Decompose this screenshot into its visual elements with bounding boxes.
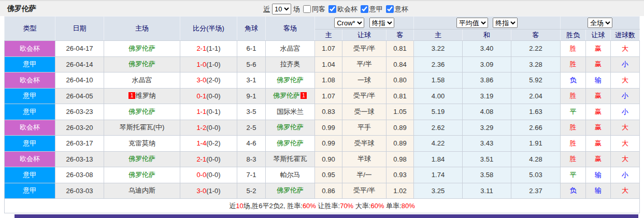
handicap-cell: 受平/半	[342, 41, 387, 57]
recent-link[interactable]: 近	[263, 5, 270, 14]
date-cell: 26-04-14	[55, 56, 104, 72]
goals-result-cell: 大	[611, 41, 640, 57]
odds-home-cell: 1.04	[315, 56, 342, 72]
away-team-cell: 佛罗伦萨	[266, 136, 315, 152]
away-team-cell: 拉齐奥	[266, 56, 315, 72]
fulltime-score: 1-1	[196, 108, 206, 115]
avg-home-cell: 4.00	[414, 88, 463, 104]
away-team-cell: 国际米兰	[266, 104, 315, 120]
team-name: 水晶宫	[132, 76, 152, 84]
avg-draw-cell: 3.40	[463, 41, 511, 57]
competition-checkbox-3[interactable]	[386, 5, 394, 13]
goals-result-cell: 大	[611, 151, 640, 167]
score-cell: 1-2(0-0)	[180, 120, 237, 136]
team-name: 水晶宫	[280, 45, 300, 52]
fulltime-score: 3-0	[196, 76, 206, 84]
checkbox-label-3: 意杯	[383, 5, 408, 14]
away-team-cell: 水晶宫	[266, 41, 315, 57]
team-title: 佛罗伦萨	[7, 4, 36, 13]
odds-away-cell: 0.93	[387, 167, 414, 183]
recent-count-select[interactable]: 10	[272, 4, 291, 14]
type-cell: 意甲	[5, 136, 55, 152]
corner-cell: 4-6	[237, 136, 266, 152]
score-cell: 3-0(1-0)	[180, 183, 237, 199]
avg-home-cell: 5.19	[414, 104, 463, 120]
bookmaker-select[interactable]: Crow*	[334, 18, 364, 28]
avg-draw-cell: 3.11	[463, 183, 511, 199]
halftime-score: (1-0)	[206, 187, 220, 195]
match-row: 欧会杯26-03-20琴斯托霍瓦(中)1-2(0-0)2-5佛罗伦萨0.99平手…	[5, 120, 640, 136]
goals-result-cell: 大	[611, 136, 640, 152]
average-select[interactable]: 平均值	[456, 18, 488, 28]
summary-segment: 近	[229, 202, 236, 210]
away-team-cell: 佛罗伦萨1	[266, 88, 315, 104]
corner-cell: 5-2	[237, 183, 266, 199]
col-header-date: 日期	[55, 17, 104, 41]
competition-checkbox-1[interactable]	[328, 5, 336, 13]
home-team-cell: 1维罗纳	[104, 88, 180, 104]
odds-home-cell: 1.07	[315, 41, 342, 57]
col-header-wdl: 胜负	[561, 30, 586, 41]
date-cell: 26-03-17	[55, 136, 104, 152]
fulltime-score: 2-1	[196, 45, 206, 52]
date-cell: 26-03-08	[55, 167, 104, 183]
score-cell: 3-0(2-0)	[180, 72, 237, 89]
avg-draw-cell: 3.86	[463, 72, 511, 89]
summary-segment: 70%	[340, 202, 353, 210]
date-cell: 26-04-05	[55, 88, 104, 104]
competition-checkbox-2[interactable]	[361, 5, 368, 13]
col-header-odds-home: 主	[315, 30, 342, 41]
checkbox-label-1: 欧会杯	[325, 5, 357, 14]
goals-result-cell: 小	[611, 104, 640, 120]
result-cell: 胜	[561, 151, 586, 167]
handicap-cell: 受半球	[342, 136, 387, 152]
team-name: 佛罗伦萨	[128, 155, 155, 163]
col-header-avg-away: 客	[511, 30, 561, 41]
match-row: 欧会杯26-04-17佛罗伦萨2-1(1-1)6-1水晶宫1.07受平/半0.8…	[5, 41, 640, 57]
match-row: 意甲26-03-03乌迪内斯3-0(1-0)5-2佛罗伦萨0.86受平/半1.0…	[5, 183, 640, 199]
odds-home-cell: 0.90	[315, 151, 342, 167]
title-bar: 佛罗伦萨 近 10 场 同客欧会杯意甲意杯	[0, 0, 644, 16]
competition-checkbox-0[interactable]	[303, 5, 311, 13]
fulltime-score: 0-0	[196, 171, 206, 179]
team-name: 佛罗伦萨	[277, 76, 304, 84]
handicap-cell: 平/半	[342, 56, 387, 72]
summary-segment: 场,胜6平2负2, 胜率:	[244, 202, 303, 210]
halftime-score: (0-1)	[206, 108, 220, 115]
odds-away-cell: 0.98	[387, 151, 414, 167]
scope-select[interactable]: 全场	[588, 18, 612, 28]
type-cell: 意甲	[5, 167, 55, 183]
date-cell: 26-03-13	[55, 151, 104, 167]
avg-home-cell: 2.62	[414, 120, 463, 136]
away-team-cell: 帕尔马	[266, 167, 315, 183]
score-cell: 0-1(0-0)	[180, 88, 237, 104]
odds-home-cell: 1.08	[315, 72, 342, 89]
type-cell: 欧会杯	[5, 41, 55, 57]
result-cell: 负	[561, 72, 586, 89]
home-team-cell: 佛罗伦萨	[104, 41, 180, 57]
avg-home-cell: 1.58	[414, 72, 463, 89]
handicap-result-cell: 赢	[586, 136, 611, 152]
col-header-odds-handicap: 让球	[342, 30, 387, 41]
corner-cell: 3-5	[237, 104, 266, 120]
odds-away-cell: 0.84	[387, 56, 414, 72]
odds-home-cell: 0.86	[315, 183, 342, 199]
score-cell: 1-1(0-1)	[180, 104, 237, 120]
odds-home-cell: 0.99	[315, 136, 342, 152]
result-cell: 平	[561, 104, 586, 120]
home-team-cell: 琴斯托霍瓦(中)	[104, 120, 180, 136]
halftime-score: (0-0)	[206, 171, 220, 179]
match-table-body: 欧会杯26-04-17佛罗伦萨2-1(1-1)6-1水晶宫1.07受平/半0.8…	[5, 41, 640, 199]
avg-stage-select[interactable]: 终指	[493, 18, 518, 28]
fulltime-score: 0-1	[196, 92, 206, 100]
handicap-result-cell: 输	[586, 72, 611, 89]
team-name: 拉齐奥	[280, 60, 300, 68]
date-cell: 26-03-23	[55, 104, 104, 120]
col-header-home: 主场	[104, 17, 180, 41]
team-name: 佛罗伦萨	[277, 139, 304, 147]
avg-away-cell: 5.03	[511, 167, 561, 183]
corner-cell: 9-1	[237, 88, 266, 104]
red-card-badge: 1	[128, 92, 135, 99]
odds-stage-select[interactable]: 终指	[369, 18, 394, 28]
handicap-result-cell: 赢	[586, 151, 611, 167]
